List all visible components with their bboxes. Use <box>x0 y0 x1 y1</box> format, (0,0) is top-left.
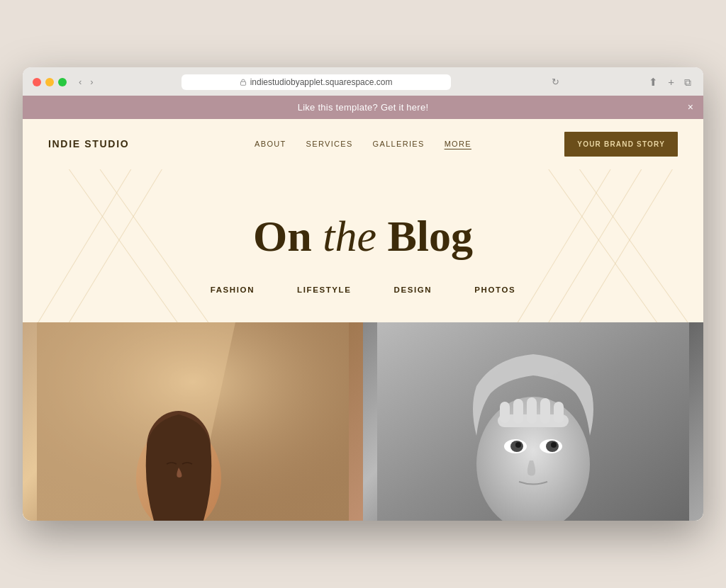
blog-post-1-image <box>23 322 363 521</box>
hero-title-blog: Blog <box>376 212 473 260</box>
category-fashion[interactable]: FASHION <box>211 285 255 294</box>
browser-chrome: ‹ › indiestudiobyapplet.squarespace.com … <box>23 67 703 96</box>
announcement-bar: Like this template? Get it here! × <box>23 96 703 119</box>
maximize-button[interactable] <box>58 78 67 86</box>
reload-button[interactable]: ↻ <box>550 75 561 89</box>
category-design[interactable]: DESIGN <box>394 285 432 294</box>
svg-rect-18 <box>500 402 510 423</box>
forward-button[interactable]: › <box>88 76 95 88</box>
svg-rect-0 <box>240 81 245 85</box>
brand-story-button[interactable]: YOUR BRAND STORY <box>564 132 678 157</box>
blog-categories: FASHION LIFESTYLE DESIGN PHOTOS <box>48 285 678 294</box>
browser-window: ‹ › indiestudiobyapplet.squarespace.com … <box>23 67 703 521</box>
browser-actions: ⬆ + ⧉ <box>647 75 693 89</box>
url-text: indiestudiobyapplet.squarespace.com <box>250 77 393 87</box>
hero-title-on: On <box>253 212 323 260</box>
blog-post-2-image <box>363 322 703 521</box>
svg-rect-20 <box>527 397 537 424</box>
hero-title-the: the <box>323 212 376 260</box>
site-logo[interactable]: INDIE STUDIO <box>48 138 129 149</box>
nav-galleries[interactable]: GALLERIES <box>373 140 425 148</box>
blog-grid <box>23 322 703 521</box>
svg-point-28 <box>551 442 557 448</box>
nav-about[interactable]: ABOUT <box>255 140 286 148</box>
svg-point-27 <box>515 442 521 448</box>
minimize-button[interactable] <box>45 78 54 86</box>
lock-icon <box>240 79 247 86</box>
blog-post-1[interactable] <box>23 322 363 521</box>
svg-rect-22 <box>554 402 564 423</box>
blog-post-2[interactable] <box>363 322 703 521</box>
nav-services[interactable]: SERVICES <box>306 140 353 148</box>
hero-section: On the Blog FASHION LIFESTYLE DESIGN PHO… <box>23 169 703 322</box>
back-button[interactable]: ‹ <box>77 76 84 88</box>
svg-rect-19 <box>513 399 523 424</box>
share-button[interactable]: ⬆ <box>647 75 660 89</box>
traffic-lights <box>33 78 67 86</box>
main-nav: ABOUT SERVICES GALLERIES MORE <box>255 140 471 148</box>
category-lifestyle[interactable]: LIFESTYLE <box>297 285 351 294</box>
category-photos[interactable]: PHOTOS <box>474 285 515 294</box>
announcement-close-button[interactable]: × <box>688 102 693 112</box>
announcement-text: Like this template? Get it here! <box>298 102 429 113</box>
site-header: INDIE STUDIO ABOUT SERVICES GALLERIES MO… <box>23 119 703 169</box>
site-content: Like this template? Get it here! × INDIE… <box>23 96 703 521</box>
address-bar[interactable]: indiestudiobyapplet.squarespace.com <box>182 74 451 90</box>
new-tab-button[interactable]: + <box>666 75 676 89</box>
hero-title: On the Blog <box>48 212 678 260</box>
close-button[interactable] <box>33 78 41 86</box>
nav-more[interactable]: MORE <box>445 140 471 148</box>
duplicate-button[interactable]: ⧉ <box>682 76 693 89</box>
svg-rect-21 <box>540 398 550 424</box>
browser-controls: ‹ › <box>77 76 96 88</box>
